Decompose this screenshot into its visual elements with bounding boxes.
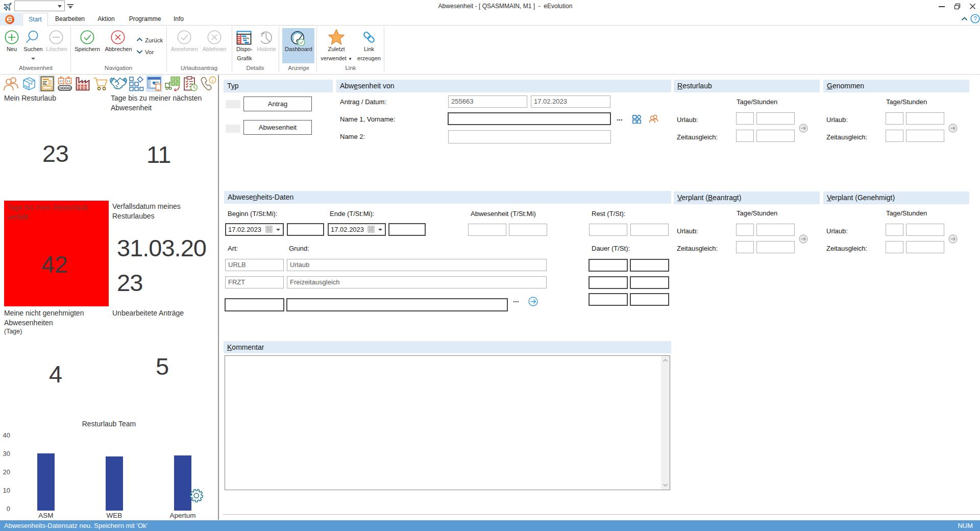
svg-text:?: ? — [973, 15, 977, 22]
